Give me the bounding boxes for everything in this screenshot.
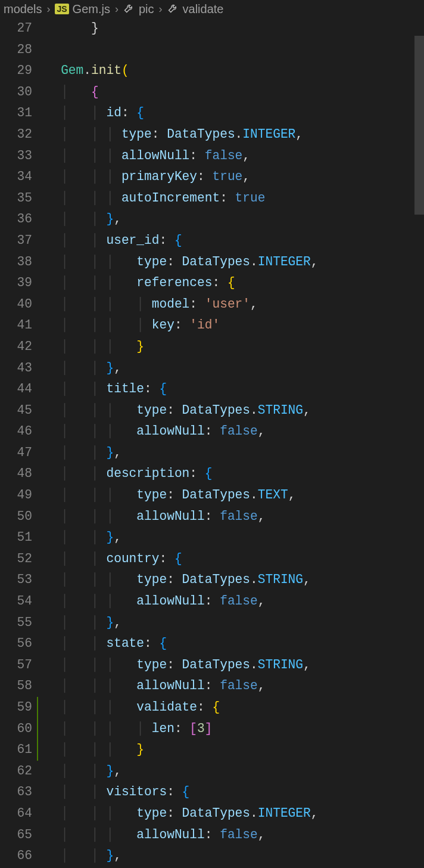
- code-line[interactable]: │ {: [38, 82, 424, 103]
- line-number[interactable]: 65: [0, 824, 32, 846]
- breadcrumb-item-symbol[interactable]: pic: [123, 2, 154, 17]
- code-area[interactable]: } Gem.init( │ { │ │ id: { │ │ │ type: Da…: [38, 18, 424, 868]
- line-number[interactable]: 35: [0, 188, 32, 209]
- line-number[interactable]: 61: [0, 739, 32, 761]
- code-line[interactable]: │ │ │ type: DataTypes.STRING,: [38, 655, 424, 676]
- code-line[interactable]: │ │ │ }: [38, 336, 424, 358]
- code-line[interactable]: }: [38, 18, 424, 39]
- line-number[interactable]: 46: [0, 421, 32, 442]
- code-line[interactable]: │ │ country: {: [38, 548, 424, 570]
- code-line[interactable]: │ │ │ type: DataTypes.STRING,: [38, 400, 424, 421]
- code-line[interactable]: │ │ },: [38, 527, 424, 548]
- code-line[interactable]: │ │ │ type: DataTypes.TEXT,: [38, 485, 424, 506]
- code-line[interactable]: │ │ user_id: {: [38, 230, 424, 252]
- scrollbar-thumb[interactable]: [414, 36, 424, 215]
- code-line[interactable]: │ │ visitors: {: [38, 782, 424, 803]
- code-line[interactable]: │ │ },: [38, 612, 424, 634]
- code-line[interactable]: │ │ │ │ len: [3]: [38, 718, 424, 740]
- code-token: │ │ │: [61, 424, 136, 438]
- code-token: │ │ │: [61, 169, 121, 184]
- line-number[interactable]: 54: [0, 591, 32, 612]
- code-editor[interactable]: 2728293031323334353637383940414243444546…: [0, 18, 424, 868]
- code-line[interactable]: [38, 39, 424, 61]
- line-number[interactable]: 32: [0, 124, 32, 145]
- code-line[interactable]: │ │ },: [38, 845, 424, 867]
- line-number[interactable]: 38: [0, 252, 32, 273]
- code-line[interactable]: │ │ │ primaryKey: true,: [38, 166, 424, 188]
- line-number[interactable]: 58: [0, 675, 32, 697]
- js-file-icon: JS: [55, 4, 68, 14]
- vertical-scrollbar[interactable]: [414, 18, 424, 868]
- code-token: key: [152, 318, 174, 332]
- line-number[interactable]: 60: [0, 718, 32, 740]
- code-line[interactable]: │ │ │ type: DataTypes.INTEGER,: [38, 803, 424, 824]
- line-number[interactable]: 41: [0, 315, 32, 336]
- code-line[interactable]: │ │ state: {: [38, 633, 424, 655]
- breadcrumb[interactable]: models › JS Gem.js › pic › validate: [0, 0, 424, 18]
- code-line[interactable]: │ │ title: {: [38, 379, 424, 400]
- code-line[interactable]: │ │ │ │ model: 'user',: [38, 294, 424, 315]
- code-line[interactable]: │ │ │ allowNull: false,: [38, 506, 424, 528]
- line-number[interactable]: 29: [0, 60, 32, 82]
- line-number[interactable]: 66: [0, 845, 32, 867]
- line-number[interactable]: 52: [0, 548, 32, 570]
- code-token: :: [205, 424, 220, 438]
- code-token: {: [205, 466, 213, 480]
- code-line[interactable]: │ │ │ type: DataTypes.INTEGER,: [38, 124, 424, 145]
- code-line[interactable]: │ │ │ autoIncrement: true: [38, 188, 424, 209]
- line-number-gutter[interactable]: 2728293031323334353637383940414243444546…: [0, 18, 38, 868]
- line-number[interactable]: 53: [0, 569, 32, 591]
- code-line[interactable]: │ │ │ }: [38, 739, 424, 761]
- line-number[interactable]: 45: [0, 400, 32, 421]
- code-token: allowNull: [136, 424, 204, 438]
- line-number[interactable]: 28: [0, 39, 32, 61]
- line-number[interactable]: 47: [0, 442, 32, 464]
- code-line[interactable]: │ │ │ allowNull: false,: [38, 145, 424, 167]
- line-number[interactable]: 59: [0, 697, 32, 718]
- line-number[interactable]: 37: [0, 230, 32, 252]
- line-number[interactable]: 44: [0, 379, 32, 400]
- line-number[interactable]: 27: [0, 18, 32, 39]
- code-line[interactable]: │ │ │ references: {: [38, 272, 424, 294]
- line-number[interactable]: 43: [0, 358, 32, 379]
- code-line[interactable]: │ │ │ │ key: 'id': [38, 315, 424, 336]
- code-line[interactable]: Gem.init(: [38, 60, 424, 82]
- code-line[interactable]: │ │ │ type: DataTypes.STRING,: [38, 569, 424, 591]
- line-number[interactable]: 48: [0, 463, 32, 485]
- line-number[interactable]: 31: [0, 103, 32, 124]
- code-line[interactable]: │ │ │ validate: {: [38, 697, 424, 718]
- code-line[interactable]: │ │ },: [38, 761, 424, 782]
- breadcrumb-item-symbol[interactable]: validate: [167, 2, 224, 17]
- breadcrumb-item-file[interactable]: JS Gem.js: [55, 2, 110, 16]
- line-number[interactable]: 33: [0, 145, 32, 167]
- breadcrumb-label: Gem.js: [73, 2, 110, 16]
- breadcrumb-item-folder[interactable]: models: [4, 2, 42, 16]
- code-line[interactable]: │ │ │ type: DataTypes.INTEGER,: [38, 252, 424, 273]
- code-line[interactable]: │ │ id: {: [38, 103, 424, 124]
- line-number[interactable]: 50: [0, 506, 32, 528]
- code-token: │ │ │ │: [61, 318, 152, 332]
- code-line[interactable]: │ │ },: [38, 358, 424, 379]
- line-number[interactable]: 55: [0, 612, 32, 634]
- code-line[interactable]: │ │ },: [38, 442, 424, 464]
- code-line[interactable]: │ │ │ allowNull: false,: [38, 591, 424, 612]
- code-line[interactable]: │ │ description: {: [38, 463, 424, 485]
- code-token: :: [197, 700, 212, 714]
- line-number[interactable]: 30: [0, 82, 32, 103]
- line-number[interactable]: 64: [0, 803, 32, 824]
- code-line[interactable]: │ │ │ allowNull: false,: [38, 421, 424, 442]
- line-number[interactable]: 34: [0, 166, 32, 188]
- code-line[interactable]: │ │ },: [38, 209, 424, 230]
- line-number[interactable]: 36: [0, 209, 32, 230]
- line-number[interactable]: 42: [0, 336, 32, 358]
- line-number[interactable]: 51: [0, 527, 32, 548]
- line-number[interactable]: 63: [0, 782, 32, 803]
- line-number[interactable]: 62: [0, 761, 32, 782]
- line-number[interactable]: 57: [0, 655, 32, 676]
- line-number[interactable]: 39: [0, 272, 32, 294]
- line-number[interactable]: 40: [0, 294, 32, 315]
- line-number[interactable]: 49: [0, 485, 32, 506]
- code-line[interactable]: │ │ │ allowNull: false,: [38, 824, 424, 846]
- line-number[interactable]: 56: [0, 633, 32, 655]
- code-line[interactable]: │ │ │ allowNull: false,: [38, 675, 424, 697]
